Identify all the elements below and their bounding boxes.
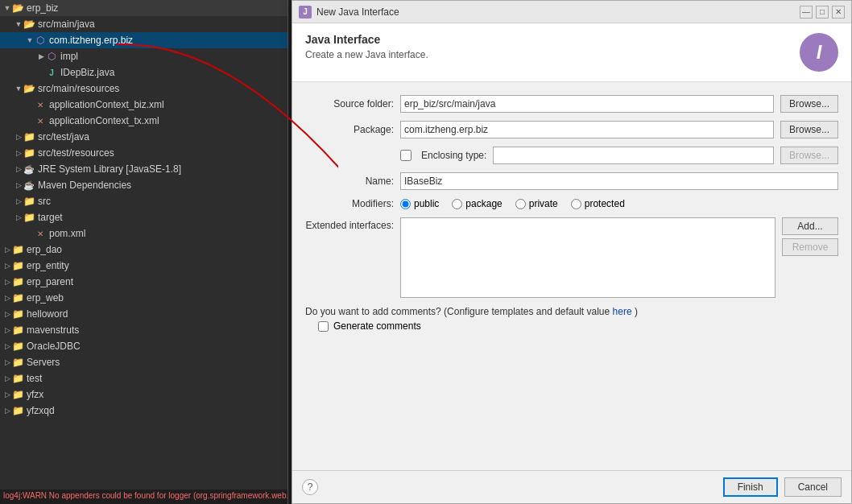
package-browse-button[interactable]: Browse... [780, 121, 838, 138]
tree-item[interactable]: ▷☕Maven Dependencies [0, 177, 287, 193]
add-interface-button[interactable]: Add... [782, 217, 838, 235]
tree-item[interactable]: ✕pom.xml [0, 225, 287, 242]
dialog-header-logo: I [800, 33, 838, 72]
footer-right: Finish Cancel [723, 477, 842, 497]
enclosing-type-row: Enclosing type: Browse... [305, 147, 838, 164]
package-input[interactable] [400, 121, 774, 138]
name-input[interactable] [400, 172, 838, 190]
tree-item-label: applicationContext_biz.xml [49, 99, 164, 110]
tree-item[interactable]: ▶⬡impl [0, 48, 287, 64]
modifier-package-option[interactable]: package [452, 198, 502, 209]
tree-item-label: erp_dao [27, 244, 62, 255]
dialog-title-left: J New Java Interface [299, 6, 399, 19]
tree-item[interactable]: ▷📁erp_parent [0, 274, 287, 290]
modifier-protected-option[interactable]: protected [571, 198, 625, 209]
tree-item[interactable]: ▼📂src/main/resources [0, 81, 287, 97]
enclosing-type-browse-button[interactable]: Browse... [780, 147, 838, 164]
tree-item-label: OracleJDBC [27, 341, 81, 352]
modifier-package-radio[interactable] [452, 199, 462, 209]
dialog-title-text: New Java Interface [316, 6, 399, 18]
tree-item-label: src/test/resources [38, 147, 114, 159]
generate-comments-row: Generate comments [305, 320, 838, 332]
tree-item-label: Maven Dependencies [38, 180, 131, 191]
tree-item[interactable]: ✕applicationContext_biz.xml [0, 97, 287, 113]
package-row: Package: Browse... [305, 121, 838, 138]
tree-item-label: Servers [27, 357, 60, 368]
modifier-protected-label: protected [585, 198, 625, 209]
tree-item[interactable]: ▷📁target [0, 209, 287, 225]
tree-item-label: mavenstruts [27, 324, 79, 336]
tree-item[interactable]: ▷📁yfzxqd [0, 403, 287, 419]
finish-button[interactable]: Finish [723, 477, 778, 497]
name-row: Name: [305, 172, 838, 190]
dialog-header: Java Interface Create a new Java interfa… [292, 23, 851, 82]
tree-item[interactable]: ▼⬡com.itzheng.erp.biz [0, 32, 287, 48]
tree-item-label: erp_web [27, 292, 64, 304]
tree-item[interactable]: JIDepBiz.java [0, 64, 287, 81]
modifier-public-option[interactable]: public [400, 198, 439, 209]
tree-item-label: src/main/resources [38, 83, 119, 94]
source-folder-label: Source folder: [305, 98, 394, 109]
enclosing-type-input[interactable] [493, 147, 774, 164]
tree-item[interactable]: ▷📁src/test/java [0, 129, 287, 145]
modifier-public-radio[interactable] [400, 199, 411, 209]
dialog-title-icon: J [299, 6, 312, 19]
enclosing-type-checkbox[interactable] [400, 150, 412, 161]
log-bar: log4j:WARN No appenders could be found f… [0, 490, 288, 504]
tree-item-label: erp_parent [27, 276, 73, 287]
tree-item[interactable]: ▷📁erp_entity [0, 258, 287, 274]
dialog-titlebar: J New Java Interface — □ ✕ [292, 1, 851, 23]
cancel-button[interactable]: Cancel [784, 477, 842, 497]
project-tree-panel: ▼📂erp_biz▼📂src/main/java▼⬡com.itzheng.er… [0, 0, 288, 504]
extended-interfaces-label: Extended interfaces: [305, 217, 394, 231]
package-label: Package: [305, 124, 394, 135]
remove-interface-button[interactable]: Remove [782, 238, 838, 256]
dialog-header-subtitle: Create a new Java interface. [305, 49, 428, 60]
extended-interfaces-list[interactable] [400, 217, 775, 298]
modifier-protected-radio[interactable] [571, 199, 581, 209]
tree-item-label: src [38, 196, 51, 207]
modifiers-label: Modifiers: [305, 198, 394, 209]
modifiers-radio-group: public package private protected [400, 198, 625, 209]
tree-item[interactable]: ▼📂src/main/java [0, 16, 287, 32]
tree-item[interactable]: ▷📁helloword [0, 306, 287, 322]
extended-buttons-group: Add... Remove [782, 217, 838, 256]
dialog-body: Source folder: Browse... Package: Browse… [292, 82, 851, 470]
tree-item-label: target [38, 212, 63, 223]
tree-item[interactable]: ▼📂erp_biz [0, 0, 287, 16]
modifier-package-label: package [465, 198, 502, 209]
modifier-public-label: public [414, 198, 439, 209]
configure-comments-link[interactable]: here [613, 306, 632, 317]
tree-item[interactable]: ▷☕JRE System Library [JavaSE-1.8] [0, 161, 287, 177]
tree-item-label: erp_biz [27, 2, 58, 14]
extended-interfaces-section: Extended interfaces: Add... Remove [305, 217, 838, 298]
enclosing-type-label: Enclosing type: [421, 150, 486, 161]
name-label: Name: [305, 176, 394, 187]
tree-item[interactable]: ▷📁mavenstruts [0, 322, 287, 338]
source-folder-browse-button[interactable]: Browse... [780, 95, 838, 113]
tree-item-label: impl [60, 51, 78, 62]
tree-item-label: applicationContext_tx.xml [49, 115, 159, 126]
dialog-footer: ? Finish Cancel [292, 470, 851, 503]
source-folder-input[interactable] [400, 95, 774, 113]
modifier-private-radio[interactable] [515, 199, 526, 209]
tree-item-label: pom.xml [49, 228, 85, 239]
tree-item[interactable]: ✕applicationContext_tx.xml [0, 113, 287, 129]
comments-text: Do you want to add comments? (Configure … [305, 306, 838, 317]
generate-comments-checkbox[interactable] [318, 321, 329, 332]
minimize-button[interactable]: — [800, 6, 813, 19]
tree-item[interactable]: ▷📁yfzx [0, 386, 287, 403]
tree-item[interactable]: ▷📁src/test/resources [0, 145, 287, 161]
tree-item[interactable]: ▷📁Servers [0, 354, 287, 370]
tree-item[interactable]: ▷📁test [0, 370, 287, 386]
tree-item[interactable]: ▷📁erp_dao [0, 242, 287, 258]
tree-item-label: yfzxqd [27, 405, 55, 416]
maximize-button[interactable]: □ [816, 6, 829, 19]
modifier-private-option[interactable]: private [515, 198, 558, 209]
close-button[interactable]: ✕ [832, 6, 845, 19]
tree-item[interactable]: ▷📁erp_web [0, 290, 287, 306]
tree-item[interactable]: ▷📁OracleJDBC [0, 338, 287, 354]
help-button[interactable]: ? [302, 479, 318, 495]
generate-comments-label: Generate comments [333, 320, 421, 332]
tree-item[interactable]: ▷📁src [0, 193, 287, 209]
